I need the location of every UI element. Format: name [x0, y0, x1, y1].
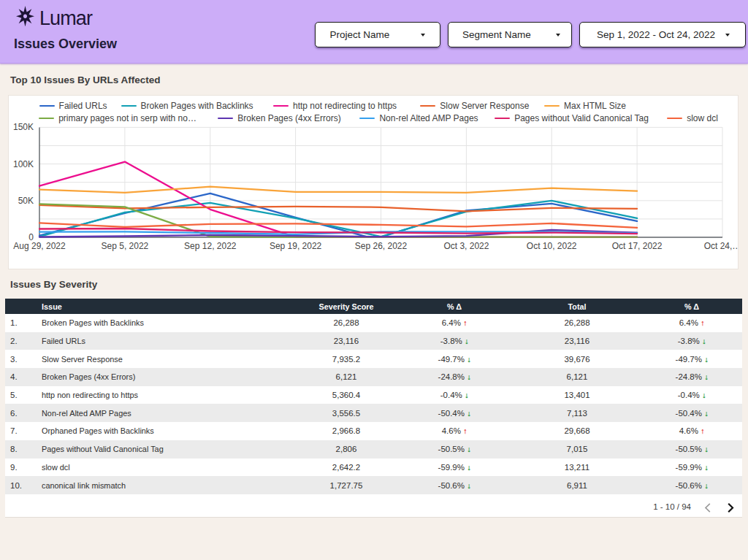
svg-text:100K: 100K [13, 159, 34, 169]
svg-text:50K: 50K [18, 196, 34, 206]
svg-text:Oct 3, 2022: Oct 3, 2022 [443, 241, 489, 251]
svg-text:Sep 19, 2022: Sep 19, 2022 [270, 241, 322, 251]
svg-text:Oct 10, 2022: Oct 10, 2022 [527, 241, 577, 251]
svg-text:Aug 29, 2022: Aug 29, 2022 [13, 241, 66, 251]
svg-text:Oct 24,…: Oct 24,… [704, 241, 738, 251]
svg-text:Sep 5, 2022: Sep 5, 2022 [102, 241, 149, 251]
svg-text:Sep 12, 2022: Sep 12, 2022 [184, 241, 237, 251]
svg-text:Oct 17, 2022: Oct 17, 2022 [612, 241, 663, 251]
svg-text:150K: 150K [13, 122, 34, 132]
svg-text:Sep 26, 2022: Sep 26, 2022 [355, 241, 408, 251]
